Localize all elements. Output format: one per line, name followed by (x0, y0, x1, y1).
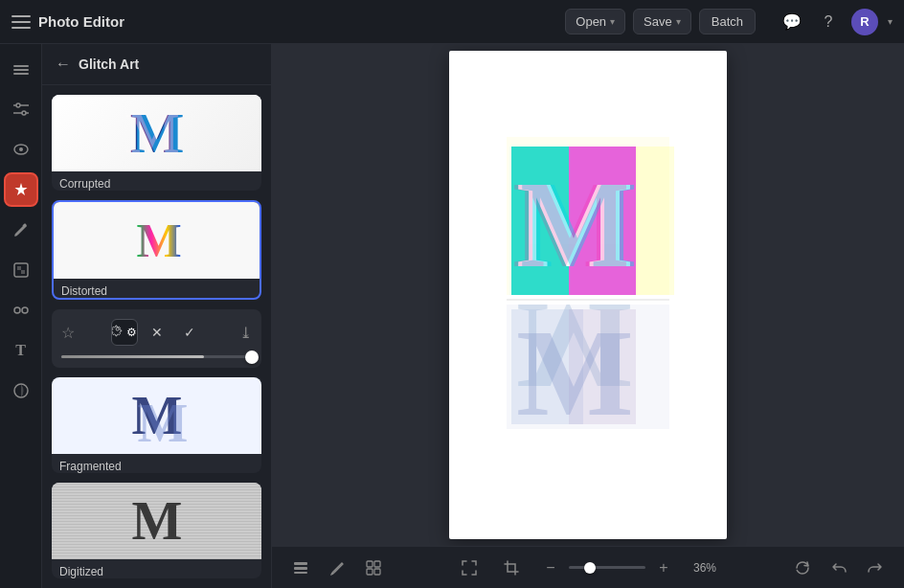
svg-rect-37 (367, 569, 373, 575)
svg-rect-36 (374, 561, 380, 567)
sidebar-icon-layers[interactable] (4, 52, 38, 86)
svg-point-10 (19, 147, 23, 151)
zoom-in-button[interactable]: + (653, 557, 674, 578)
corrupted-preview: M M M (52, 95, 261, 171)
zoom-level: 36% (689, 561, 720, 575)
slider-thumb[interactable] (245, 351, 259, 364)
svg-point-15 (14, 307, 20, 313)
crop-icon[interactable] (498, 554, 525, 581)
avatar[interactable]: R (851, 9, 878, 35)
brush-toolbar-icon[interactable] (324, 554, 350, 581)
help-icon[interactable]: ? (815, 9, 842, 35)
svg-rect-1 (13, 69, 29, 71)
sidebar-icon-mask[interactable] (4, 253, 38, 287)
artwork-svg: M M M M M (487, 118, 689, 472)
menu-icon[interactable] (11, 15, 31, 29)
sidebar-icon-brush[interactable] (4, 213, 38, 247)
slider-fill (61, 355, 204, 358)
effects-panel: ← Glitch Art M M M Corrupted (42, 44, 272, 588)
controls-icons: ⚙ ✕ ✓ (111, 319, 203, 346)
fragmented-preview: M M (52, 377, 261, 454)
save-button[interactable]: Save ▾ (633, 9, 691, 34)
batch-button[interactable]: Batch (699, 9, 756, 34)
svg-rect-32 (294, 562, 307, 565)
chat-icon[interactable]: 💬 (779, 9, 805, 35)
sidebar-icon-group[interactable] (4, 293, 38, 328)
main: T ← Glitch Art M M M (0, 44, 904, 588)
app-title: Photo Editor (38, 13, 124, 30)
avatar-arrow-icon[interactable]: ▾ (888, 16, 893, 27)
header-right: 💬 ? R ▾ (779, 9, 893, 35)
svg-text:M: M (516, 304, 630, 441)
reset-icon[interactable] (789, 554, 816, 581)
svg-text:M: M (512, 155, 626, 293)
icon-sidebar: T (0, 44, 42, 588)
svg-rect-38 (374, 569, 380, 575)
open-button[interactable]: Open ▾ (565, 9, 625, 34)
svg-point-6 (22, 111, 26, 115)
svg-rect-0 (13, 65, 29, 67)
corrupted-thumbnail: M M M (52, 95, 261, 171)
settings-icon[interactable]: ⚙ (111, 319, 138, 346)
fragmented-shadow: M (138, 393, 189, 454)
save-icon[interactable]: ⤓ (239, 324, 252, 342)
zoom-thumb[interactable] (584, 562, 596, 574)
check-icon[interactable]: ✓ (176, 319, 203, 346)
zoom-out-button[interactable]: − (540, 557, 561, 578)
zoom-slider[interactable] (569, 566, 645, 569)
sidebar-icon-adjustments[interactable] (4, 92, 38, 126)
layers-toolbar-icon[interactable] (287, 554, 314, 581)
svg-rect-13 (17, 266, 21, 270)
corrupted-label: Corrupted (52, 171, 261, 191)
star-icon[interactable]: ☆ (61, 324, 75, 342)
digitized-thumbnail: M (52, 483, 261, 559)
panel-title: Glitch Art (79, 57, 139, 72)
distorted-letter: M (136, 213, 181, 268)
svg-point-18 (116, 328, 119, 330)
open-arrow-icon: ▾ (610, 16, 615, 27)
svg-point-3 (16, 103, 20, 107)
panel-content: M M M Corrupted M Distorted (42, 85, 271, 588)
back-button[interactable]: ← (56, 56, 71, 73)
canvas-paper: M M M M M (449, 51, 727, 539)
svg-rect-34 (294, 572, 307, 574)
svg-rect-33 (294, 567, 307, 570)
effect-card-distorted[interactable]: M Distorted (52, 200, 261, 300)
text-label: T (15, 342, 26, 359)
toolbar-center: − + 36% (456, 554, 720, 581)
header-left: Photo Editor (11, 13, 124, 30)
fragmented-thumbnail: M M (52, 377, 261, 454)
sidebar-icon-text[interactable]: T (4, 333, 38, 368)
corrupted-letter-red: M (125, 101, 180, 167)
panel-header: ← Glitch Art (42, 44, 271, 85)
effect-card-fragmented[interactable]: M M Fragmented (52, 377, 261, 473)
svg-rect-35 (367, 561, 373, 567)
controls-top: ☆ ⚙ ✕ ✓ ⤓ (61, 319, 252, 346)
digitized-letter: M (132, 490, 183, 552)
toolbar-left (287, 554, 387, 581)
undo-button[interactable] (825, 554, 852, 581)
effect-card-corrupted[interactable]: M M M Corrupted (52, 95, 261, 191)
effect-slider[interactable] (61, 355, 252, 358)
redo-button[interactable] (862, 554, 889, 581)
sidebar-icon-eye[interactable] (4, 132, 38, 167)
sidebar-icon-filter[interactable] (4, 373, 38, 408)
sidebar-icon-effects[interactable] (4, 172, 38, 207)
svg-rect-14 (21, 270, 25, 274)
effect-card-digitized[interactable]: M Digitized (52, 483, 261, 578)
distorted-thumbnail: M (54, 202, 261, 279)
distorted-label: Distorted (54, 279, 260, 300)
canvas-main[interactable]: M M M M M (272, 44, 904, 546)
close-icon[interactable]: ✕ (144, 319, 170, 346)
svg-point-16 (22, 307, 28, 313)
slider-row (61, 355, 252, 358)
save-label: Save (644, 14, 672, 29)
svg-rect-2 (13, 73, 29, 75)
fragmented-label: Fragmented (52, 454, 261, 473)
fit-icon[interactable] (456, 554, 483, 581)
digitized-label: Digitized (52, 559, 261, 578)
canvas-toolbar: − + 36% (272, 546, 904, 588)
open-label: Open (576, 14, 606, 29)
grid-toolbar-icon[interactable] (360, 554, 387, 581)
canvas-area: M M M M M (272, 44, 904, 588)
